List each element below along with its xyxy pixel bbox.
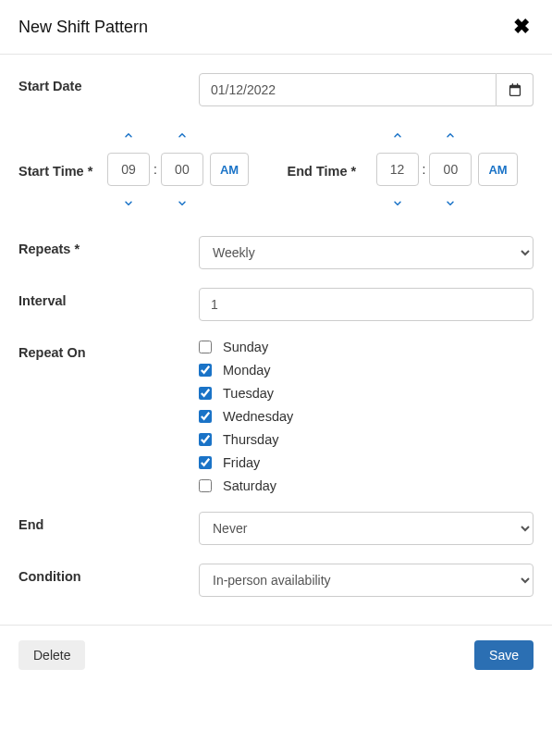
time-separator: : [150,162,161,177]
start-date-row: Start Date [18,73,534,106]
end-hour-up-button[interactable] [376,125,419,147]
new-shift-pattern-modal: New Shift Pattern ✖ Start Date Start Tim… [0,0,552,685]
day-checkbox-thursday[interactable] [199,433,212,446]
condition-label: Condition [18,564,199,584]
day-checkbox-monday[interactable] [199,364,212,377]
end-select[interactable]: Never [199,512,534,545]
start-hour-down-button[interactable] [107,192,150,214]
day-label[interactable]: Tuesday [223,386,274,401]
chevron-up-icon [445,130,456,142]
chevron-down-icon [177,197,188,208]
repeat-on-label: Repeat On [18,340,199,360]
condition-select[interactable]: In-person availability [199,564,534,597]
start-hour-up-button[interactable] [107,125,150,147]
close-button[interactable]: ✖ [509,17,534,37]
day-checkbox-wednesday[interactable] [199,410,212,423]
day-checkbox-sunday[interactable] [199,341,212,353]
end-hour-input[interactable] [376,153,419,186]
end-minute-input[interactable] [429,153,472,186]
start-time-label: Start Time * [18,125,107,214]
day-checkbox-item: Thursday [199,432,293,447]
calendar-icon [509,83,521,96]
day-checkbox-item: Sunday [199,340,293,354]
start-minute-input[interactable] [161,153,203,186]
chevron-down-icon [392,197,403,208]
day-checkbox-item: Saturday [199,478,293,493]
start-date-label: Start Date [18,73,199,93]
end-time-label: End Time * [288,125,376,214]
day-checkbox-item: Friday [199,455,293,470]
start-minute-up-button[interactable] [161,125,203,147]
days-checkbox-list: SundayMondayTuesdayWednesdayThursdayFrid… [199,340,293,493]
day-label[interactable]: Wednesday [223,409,293,424]
chevron-up-icon [123,130,134,142]
repeat-on-row: Repeat On SundayMondayTuesdayWednesdayTh… [18,340,534,493]
repeats-label: Repeats * [18,236,199,256]
start-hour-input[interactable] [107,153,150,186]
day-checkbox-tuesday[interactable] [199,387,212,400]
day-checkbox-item: Wednesday [199,409,293,424]
start-time-picker: : AM [107,125,249,214]
day-checkbox-item: Tuesday [199,386,293,401]
day-checkbox-saturday[interactable] [199,479,212,492]
interval-label: Interval [18,288,199,308]
chevron-up-icon [392,130,403,142]
modal-header: New Shift Pattern ✖ [0,0,552,55]
start-ampm-button[interactable]: AM [210,153,249,186]
close-icon: ✖ [513,15,530,38]
day-label[interactable]: Saturday [223,478,276,493]
time-row: Start Time * : AM [18,125,534,214]
interval-row: Interval [18,288,534,321]
interval-input[interactable] [199,288,534,321]
delete-button[interactable]: Delete [18,640,85,670]
chevron-up-icon [177,130,188,142]
chevron-down-icon [445,197,456,208]
end-hour-down-button[interactable] [376,192,419,214]
end-minute-up-button[interactable] [429,125,472,147]
start-date-input[interactable] [199,73,497,106]
modal-body: Start Date Start Time * : [0,55,552,625]
modal-title: New Shift Pattern [18,18,148,37]
day-label[interactable]: Thursday [223,432,278,447]
end-time-picker: : AM [376,125,518,214]
day-label[interactable]: Sunday [223,340,268,354]
calendar-button[interactable] [497,73,534,106]
condition-row: Condition In-person availability [18,564,534,597]
day-checkbox-item: Monday [199,363,293,378]
save-button[interactable]: Save [474,640,534,670]
end-minute-down-button[interactable] [429,192,472,214]
end-ampm-button[interactable]: AM [478,153,517,186]
day-checkbox-friday[interactable] [199,456,212,469]
chevron-down-icon [123,197,134,208]
end-row: End Never [18,512,534,545]
end-label: End [18,512,199,532]
day-label[interactable]: Friday [223,455,260,470]
day-label[interactable]: Monday [223,363,271,378]
repeats-row: Repeats * Weekly [18,236,534,269]
modal-footer: Delete Save [0,625,552,685]
start-minute-down-button[interactable] [161,192,203,214]
time-separator: : [419,162,430,177]
repeats-select[interactable]: Weekly [199,236,534,269]
